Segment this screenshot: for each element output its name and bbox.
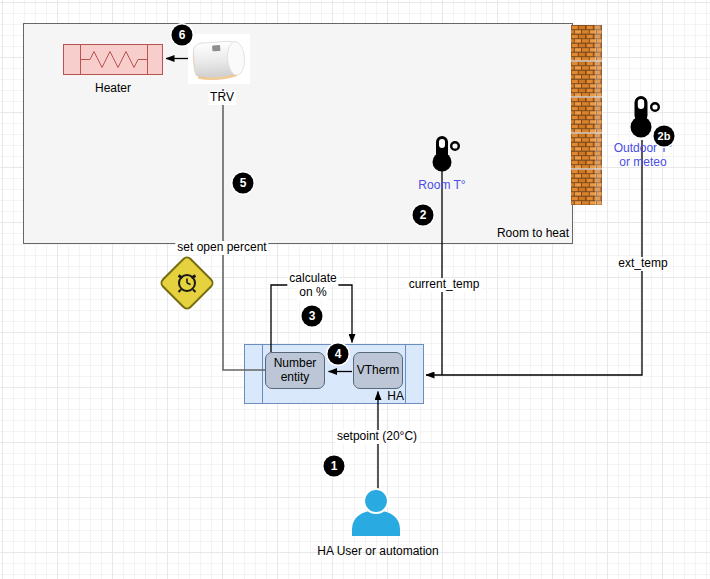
calculate-on-percent-label: on % [297, 286, 328, 300]
ha-left-divider [262, 345, 263, 403]
ha-right-divider [405, 345, 406, 403]
calculate-label: calculate [287, 272, 338, 286]
brick-wall-icon[interactable] [571, 25, 602, 205]
person-icon[interactable] [352, 489, 400, 536]
room-temp-label: Room T° [418, 179, 465, 193]
step-badge-3[interactable]: 3 [302, 306, 323, 327]
resistor-icon [64, 45, 162, 74]
heater-shape[interactable] [63, 44, 163, 75]
step-badge-2[interactable]: 2 [413, 205, 434, 226]
step-badge-4[interactable]: 4 [328, 344, 349, 365]
vtherm-box[interactable]: VTherm [353, 352, 403, 389]
step-badge-5[interactable]: 5 [233, 173, 254, 194]
diagram-canvas: Number entity VTherm Heater TRV Room to … [0, 0, 710, 579]
room-to-heat-label: Room to heat [497, 227, 569, 241]
heater-label: Heater [95, 82, 131, 96]
step-badge-1[interactable]: 1 [324, 456, 345, 477]
trv-label: TRV [208, 91, 236, 105]
user-label: HA User or automation [317, 545, 438, 559]
ha-label: HA [387, 390, 404, 404]
ext-temp-label: ext_temp [616, 257, 669, 271]
number-entity-box[interactable]: Number entity [265, 352, 325, 389]
setpoint-label: setpoint (20°C) [335, 430, 419, 444]
set-open-percent-label: set open percent [175, 241, 268, 255]
current-temp-label: current_temp [407, 278, 482, 292]
number-entity-label: Number entity [267, 357, 323, 385]
step-badge-2b[interactable]: 2b [654, 126, 675, 147]
vtherm-label: VTherm [357, 364, 400, 378]
step-badge-6[interactable]: 6 [172, 25, 193, 46]
alarm-clock-warning-icon[interactable] [159, 255, 214, 310]
